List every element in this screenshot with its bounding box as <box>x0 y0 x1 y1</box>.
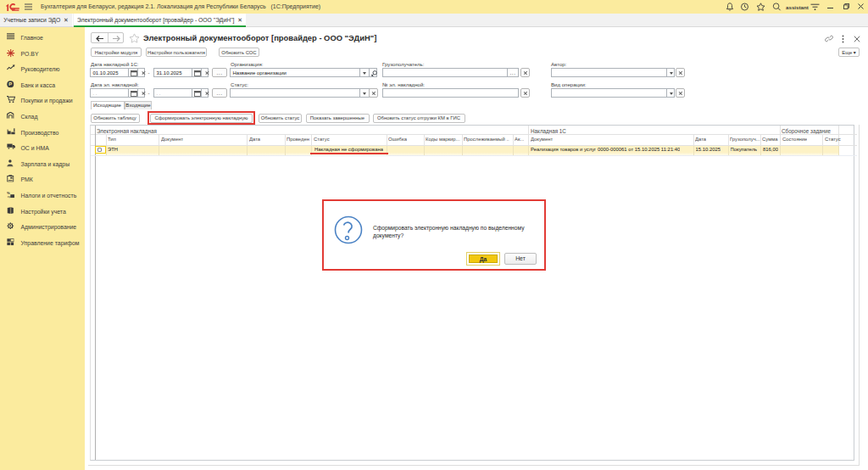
svg-text:%: % <box>7 191 10 195</box>
svg-text:xy: xy <box>8 195 11 198</box>
svg-text:Р: Р <box>8 81 12 87</box>
